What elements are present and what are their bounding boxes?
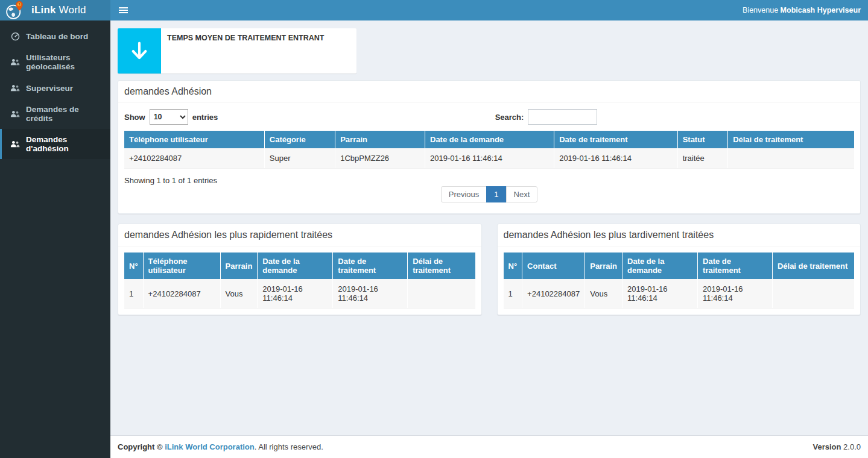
column-header-telephone-utilisateur[interactable]: Téléphone utilisateur: [124, 131, 264, 148]
page-length-select[interactable]: 10: [150, 109, 188, 125]
sidebar-item-tableau-de-bord[interactable]: Tableau de bord: [0, 25, 110, 47]
table-row: +24102284087Super1CbpPMZZ262019-01-16 11…: [124, 148, 854, 169]
sidebar-item-label: Tableau de bord: [26, 32, 88, 41]
content-wrapper: TEMPS MOYEN DE TRAITEMENT ENTRANT demand…: [110, 20, 868, 458]
demandes-adhesion-table: Téléphone utilisateurCatégorieParrainDat…: [124, 131, 854, 169]
panel-title: demandes Adhésion les plus rapidement tr…: [124, 230, 475, 240]
column-header-date-de-la-demande[interactable]: Date de la demande: [425, 131, 554, 148]
column-header-telephone-utilisateur: Téléphone utilisateur: [143, 253, 220, 279]
table-cell: 1: [124, 279, 143, 309]
column-header-date-de-traitement: Date de traitement: [333, 253, 408, 279]
table-cell: 1CbpPMZZ26: [335, 148, 425, 169]
panel-tardivement-traitees: demandes Adhésion les plus tardivement t…: [497, 224, 861, 315]
table-cell: +24102284087: [522, 279, 585, 309]
panel-rapidement-traitees: demandes Adhésion les plus rapidement tr…: [118, 224, 482, 315]
rapidement-traitees-table: N°Téléphone utilisateurParrainDate de la…: [124, 253, 475, 309]
users-icon: [10, 83, 20, 93]
copyright: Copyright © iLink World Corporation. All…: [118, 442, 861, 451]
table-cell: 2019-01-16 11:46:14: [554, 148, 677, 169]
table-cell: 2019-01-16 11:46:14: [622, 279, 698, 309]
column-header-date-de-la-demande: Date de la demande: [622, 253, 698, 279]
table-cell: 2019-01-16 11:46:14: [698, 279, 773, 309]
brand-logo[interactable]: $ iLink World: [0, 0, 110, 20]
user-menu[interactable]: Bienvenue Mobicash Hyperviseur: [743, 6, 868, 14]
version-info: Version 2.0.0: [813, 442, 861, 451]
panel-demandes-adhesion: demandes Adhésion Show 10 entries: [118, 80, 861, 214]
panel-heading: demandes Adhésion les plus tardivement t…: [498, 224, 861, 246]
table-cell: 2019-01-16 11:46:14: [258, 279, 333, 309]
panel-title: demandes Adhésion: [124, 86, 854, 97]
search-input[interactable]: [528, 109, 597, 125]
panel-heading: demandes Adhésion les plus rapidement tr…: [118, 224, 481, 246]
column-header-n: N°: [504, 253, 522, 279]
column-header-delai-de-traitement[interactable]: Délai de traitement: [728, 131, 854, 148]
table-info: Showing 1 to 1 of 1 entries: [124, 176, 854, 185]
table-cell: [728, 148, 854, 169]
column-header-delai-de-traitement: Délai de traitement: [772, 253, 854, 279]
table-toolbar: Show 10 entries Search:: [124, 109, 854, 131]
pagination-previous[interactable]: Previous: [441, 186, 487, 202]
bottom-panels-row: demandes Adhésion les plus rapidement tr…: [118, 224, 861, 315]
table-cell: Vous: [585, 279, 622, 309]
pagination-page-1[interactable]: 1: [487, 186, 506, 202]
column-header-parrain[interactable]: Parrain: [335, 131, 425, 148]
pagination-next[interactable]: Next: [507, 186, 538, 202]
sidebar-item-label: Utilisateurs géolocalisés: [26, 53, 106, 71]
table-cell: Vous: [220, 279, 258, 309]
column-header-delai-de-traitement: Délai de traitement: [408, 253, 475, 279]
column-header-parrain: Parrain: [585, 253, 622, 279]
table-cell: [772, 279, 854, 309]
dashboard-icon: [10, 31, 20, 41]
show-label: Show: [124, 113, 145, 122]
sidebar-item-utilisateurs-geolocalises[interactable]: Utilisateurs géolocalisés: [0, 47, 110, 77]
welcome-username: Mobicash Hyperviseur: [781, 6, 861, 14]
hamburger-icon: [119, 6, 128, 14]
sidebar-item-demandes-d-adhesion[interactable]: Demandes d'adhésion: [0, 129, 110, 159]
column-header-statut[interactable]: Statut: [677, 131, 727, 148]
search-label: Search:: [495, 113, 524, 122]
users-icon: [10, 57, 20, 67]
page-length-control: Show 10 entries: [124, 109, 854, 125]
search-control: Search:: [495, 109, 598, 125]
users-icon: [10, 139, 20, 149]
panel-title: demandes Adhésion les plus tardivement t…: [504, 230, 855, 240]
table-row: 1+24102284087Vous2019-01-16 11:46:142019…: [504, 279, 855, 309]
table-cell: 1: [504, 279, 522, 309]
sidebar-item-superviseur[interactable]: Superviseur: [0, 77, 110, 99]
table-cell: +24102284087: [124, 148, 264, 169]
arrow-down-icon: [118, 28, 161, 74]
table-cell: Super: [264, 148, 335, 169]
sidebar-item-demandes-de-credits[interactable]: Demandes de crédits: [0, 99, 110, 129]
sidebar-item-label: Superviseur: [26, 84, 73, 93]
column-header-categorie[interactable]: Catégorie: [264, 131, 335, 148]
top-navbar: $ iLink World Bienvenue Mobicash Hypervi…: [0, 0, 868, 20]
column-header-date-de-traitement: Date de traitement: [698, 253, 773, 279]
panel-heading: demandes Adhésion: [118, 81, 860, 103]
welcome-text: Bienvenue: [743, 6, 781, 14]
pagination: Previous 1 Next: [124, 186, 854, 207]
column-header-contact: Contact: [522, 253, 585, 279]
table-cell: traitée: [677, 148, 727, 169]
brand-text: iLink World: [31, 4, 86, 16]
sidebar-toggle-button[interactable]: [110, 0, 136, 20]
company-link[interactable]: iLink World Corporation: [165, 442, 255, 451]
info-box-temps-moyen: TEMPS MOYEN DE TRAITEMENT ENTRANT: [118, 28, 356, 74]
users-icon: [10, 109, 20, 119]
table-row: 1+24102284087Vous2019-01-16 11:46:142019…: [124, 279, 475, 309]
table-cell: 2019-01-16 11:46:14: [333, 279, 408, 309]
sidebar: Tableau de bordUtilisateurs géolocalisés…: [0, 20, 110, 458]
table-cell: 2019-01-16 11:46:14: [425, 148, 554, 169]
sidebar-menu: Tableau de bordUtilisateurs géolocalisés…: [0, 25, 110, 159]
info-box-label: TEMPS MOYEN DE TRAITEMENT ENTRANT: [167, 34, 324, 42]
column-header-date-de-la-demande: Date de la demande: [258, 253, 333, 279]
app-root: $ iLink World Bienvenue Mobicash Hypervi…: [0, 0, 868, 458]
footer: Version 2.0.0 Copyright © iLink World Co…: [110, 435, 868, 458]
table-cell: [408, 279, 475, 309]
sidebar-item-label: Demandes de crédits: [26, 105, 106, 123]
globe-pin-logo-icon: $: [5, 1, 24, 20]
column-header-date-de-traitement[interactable]: Date de traitement: [554, 131, 677, 148]
column-header-parrain: Parrain: [220, 253, 258, 279]
main-content: TEMPS MOYEN DE TRAITEMENT ENTRANT demand…: [110, 20, 868, 435]
sidebar-item-label: Demandes d'adhésion: [26, 135, 106, 153]
entries-label: entries: [192, 113, 218, 122]
